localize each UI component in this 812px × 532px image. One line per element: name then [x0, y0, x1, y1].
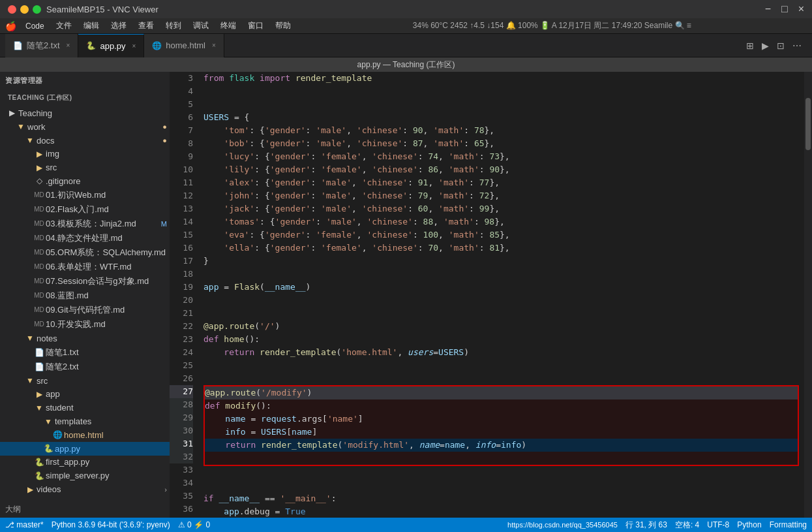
tree-git[interactable]: MD 09.Git与代码托管.md	[0, 303, 170, 317]
ln21: 21	[170, 307, 193, 320]
tree-src-docs[interactable]: ▶ src	[0, 161, 170, 174]
close-icon[interactable]: ×	[798, 3, 804, 15]
ln12: 12	[170, 189, 193, 202]
ln8: 8	[170, 137, 193, 150]
ln10: 10	[170, 163, 193, 176]
split-editor-icon[interactable]: ⊞	[746, 40, 754, 51]
tree-forms[interactable]: MD 06.表单处理：WTF.md	[0, 260, 170, 274]
jinja2-label: 03.模板系统：Jinja2.md	[46, 218, 161, 230]
menu-window[interactable]: 窗口	[243, 19, 269, 33]
tab-homehtml[interactable]: 🌐 home.html ×	[144, 34, 224, 57]
tree-templates[interactable]: ▼ templates	[0, 415, 170, 428]
scrollbar-thumb[interactable]	[805, 98, 811, 150]
tree-docs[interactable]: ▼ docs ●	[0, 134, 170, 148]
homehtml-file-icon: 🌐	[152, 41, 162, 50]
tab-apppy-close[interactable]: ×	[132, 42, 136, 50]
folder-closed-icon: ▶	[33, 149, 46, 159]
tab-notes-close[interactable]: ×	[67, 42, 70, 49]
docs-label: docs	[37, 136, 162, 146]
apppy-label: app.py	[55, 444, 170, 454]
apple-icon[interactable]: 🍎	[5, 21, 16, 31]
ln18: 18	[170, 268, 193, 281]
tree-videos[interactable]: ▶ videos ›	[0, 482, 170, 496]
file-icon: MD	[33, 191, 46, 198]
close-button[interactable]	[8, 5, 16, 14]
maximize-button[interactable]	[33, 5, 41, 14]
tree-static[interactable]: MD 04.静态文件处理.md	[0, 231, 170, 245]
git-branch[interactable]: ⎇ master*	[5, 520, 44, 529]
menu-goto[interactable]: 转到	[160, 19, 187, 33]
blog-url: https://blog.csdn.net/qq_35456045	[507, 521, 618, 529]
ln26: 26	[170, 372, 193, 385]
ln19: 19	[170, 281, 193, 294]
tree-homehtml[interactable]: 🌐 home.html	[0, 428, 170, 442]
tree-img[interactable]: ▶ img	[0, 147, 170, 161]
formatting[interactable]: Formatting	[770, 520, 807, 529]
code-line-8: 'bob': {'gender': 'male', 'chinese': 87,…	[203, 137, 799, 150]
menu-file[interactable]: 文件	[51, 19, 77, 33]
error-count[interactable]: ⚠ 0 ⚡ 0	[178, 520, 210, 529]
menu-debug[interactable]: 调试	[188, 19, 214, 33]
tree-student[interactable]: ▼ student	[0, 401, 170, 415]
tab-homehtml-close[interactable]: ×	[212, 42, 216, 49]
menu-code[interactable]: Code	[20, 20, 50, 32]
minimize-icon[interactable]: −	[765, 3, 771, 15]
python-version[interactable]: Python 3.6.9 64-bit ('3.6.9': pyenv)	[52, 520, 170, 529]
code-line-25	[203, 359, 799, 372]
vertical-scrollbar[interactable]	[804, 72, 812, 518]
firstapp-label: first_app.py	[46, 457, 170, 467]
window-title-bar: app.py — Teaching (工作区)	[0, 57, 812, 72]
git-label: 09.Git与代码托管.md	[46, 304, 170, 316]
menu-help[interactable]: 帮助	[270, 19, 296, 33]
tree-session[interactable]: MD 07.Session会话与g对象.md	[0, 274, 170, 289]
tree-note2[interactable]: 📄 随笔2.txt	[0, 360, 170, 374]
ln22: 22	[170, 320, 193, 333]
tree-note1[interactable]: 📄 随笔1.txt	[0, 345, 170, 360]
tree-orm[interactable]: MD 05.ORM系统：SQLAlchemy.md	[0, 245, 170, 260]
tree-simpleserver[interactable]: 🐍 simple_server.py	[0, 469, 170, 482]
file-icon: MD	[33, 206, 46, 213]
ln29: 29	[170, 411, 193, 424]
run-icon[interactable]: ▶	[762, 40, 769, 51]
tree-flask-web[interactable]: MD 01.初识Web.md	[0, 188, 170, 202]
restore-icon[interactable]: □	[781, 3, 788, 15]
tab-notes[interactable]: 📄 随笔2.txt ×	[5, 34, 78, 57]
code-line-20	[203, 294, 799, 307]
menu-edit[interactable]: 编辑	[78, 19, 104, 33]
menu-terminal[interactable]: 终端	[215, 19, 241, 33]
code-line-6: USERS = {	[203, 111, 799, 124]
tree-blueprint[interactable]: MD 08.蓝图.md	[0, 289, 170, 303]
title-bar-buttons[interactable]: − □ ×	[765, 3, 804, 15]
tree-jinja2[interactable]: MD 03.模板系统：Jinja2.md M	[0, 217, 170, 231]
tree-src[interactable]: ▼ src	[0, 374, 170, 388]
session-label: 07.Session会话与g对象.md	[46, 275, 170, 287]
encoding[interactable]: UTF-8	[707, 520, 729, 529]
code-line-21	[203, 307, 799, 320]
code-content[interactable]: from flask import render_template USERS …	[198, 72, 804, 518]
folder-open-icon: ▼	[23, 376, 37, 385]
file-icon: MD	[33, 277, 46, 285]
menu-select[interactable]: 选择	[106, 19, 132, 33]
tree-flask-intro[interactable]: MD 02.Flask入门.md	[0, 202, 170, 217]
tree-app[interactable]: ▶ app	[0, 388, 170, 401]
window-controls[interactable]	[8, 5, 41, 14]
app-window: 📄 随笔2.txt × 🐍 app.py × 🌐 home.html × ⊞ ▶…	[0, 34, 812, 532]
src-docs-label: src	[46, 163, 170, 172]
tree-work[interactable]: ▼ work ●	[0, 120, 170, 134]
more-icon[interactable]: ⋯	[792, 40, 802, 51]
tab-apppy[interactable]: 🐍 app.py ×	[78, 34, 144, 57]
tree-apppy[interactable]: 🐍 app.py	[0, 442, 170, 456]
tree-notes[interactable]: ▼ notes	[0, 332, 170, 345]
minimize-button[interactable]	[20, 5, 29, 14]
menu-view[interactable]: 查看	[133, 19, 159, 33]
indent-size[interactable]: 空格: 4	[675, 520, 699, 531]
tab-notes-label: 随笔2.txt	[27, 40, 60, 52]
cursor-position[interactable]: 行 31, 列 63	[625, 520, 667, 531]
panel-icon[interactable]: ⊡	[777, 40, 785, 51]
language-mode[interactable]: Python	[737, 520, 761, 529]
tree-gitignore[interactable]: ◇ .gitignore	[0, 174, 170, 188]
tree-teaching[interactable]: ▶ Teaching	[0, 106, 170, 120]
file-icon: MD	[33, 249, 46, 256]
tree-dev[interactable]: MD 10.开发实践.md	[0, 317, 170, 332]
tree-firstapp[interactable]: 🐍 first_app.py	[0, 456, 170, 469]
